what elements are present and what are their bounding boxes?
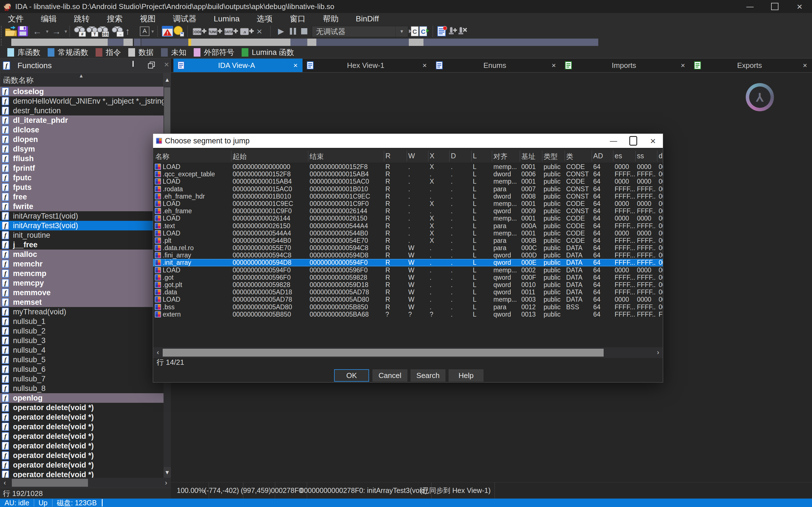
menu-item-11[interactable]: BinDiff bbox=[356, 14, 388, 23]
column-header-cls[interactable]: 类 bbox=[566, 152, 573, 161]
column-separator[interactable] bbox=[308, 151, 308, 161]
navband-segment[interactable] bbox=[290, 39, 307, 46]
function-row[interactable]: fdlsym bbox=[0, 144, 163, 154]
menu-item-10[interactable]: 帮助 bbox=[323, 13, 348, 24]
search-next-icon[interactable]: → bbox=[110, 25, 124, 38]
cancel-button[interactable]: Cancel bbox=[372, 369, 407, 382]
dialog-hscrollbar[interactable]: ‹ › bbox=[153, 347, 663, 358]
pause-process-icon[interactable] bbox=[290, 25, 296, 38]
edit-function-icon[interactable]: FUNC bbox=[208, 25, 223, 38]
dialog-hscrollbar-thumb[interactable] bbox=[163, 349, 604, 356]
segment-row[interactable]: LOAD00000000000261440000000000026150R.X.… bbox=[153, 215, 663, 222]
function-row[interactable]: fdl_iterate_phdr bbox=[0, 115, 163, 125]
forward-icon[interactable]: → bbox=[52, 25, 61, 38]
toolbar-handle[interactable] bbox=[1, 26, 2, 37]
run-to-cursor-icon[interactable]: C bbox=[418, 25, 430, 38]
navband-segment[interactable] bbox=[11, 39, 108, 46]
segment-row[interactable]: extern000000000005B850000000000005BA68??… bbox=[153, 311, 663, 318]
function-row[interactable]: foperator delete(void *) bbox=[0, 412, 163, 422]
column-header-align[interactable]: 对齐 bbox=[493, 152, 507, 161]
navband-segment[interactable] bbox=[316, 39, 409, 46]
function-row[interactable]: fmyThread(void) bbox=[0, 307, 163, 317]
function-row[interactable]: fmemcpy bbox=[0, 278, 163, 288]
minimize-icon[interactable]: — bbox=[738, 0, 762, 13]
function-row[interactable]: ffree bbox=[0, 192, 163, 202]
column-separator[interactable] bbox=[635, 151, 636, 161]
problems-icon[interactable]: ! bbox=[161, 25, 174, 38]
close-icon[interactable]: × bbox=[289, 61, 303, 70]
navband-segment[interactable] bbox=[409, 39, 423, 46]
debugger-select[interactable]: 无调试器 ▼ bbox=[312, 26, 408, 37]
functions-hscrollbar[interactable]: ‹ › bbox=[0, 478, 171, 488]
navband-segment[interactable] bbox=[123, 39, 133, 46]
function-row[interactable]: fnullsub_2 bbox=[0, 326, 163, 336]
search-button[interactable]: Search bbox=[410, 369, 446, 382]
segment-row[interactable]: LOAD000000000001C9EC000000000001C9F0R.X.… bbox=[153, 200, 663, 207]
segment-row[interactable]: LOAD0000000000015AB40000000000015AC0R.X.… bbox=[153, 178, 663, 185]
text-style-icon[interactable]: A bbox=[140, 25, 149, 38]
segment-row[interactable]: LOAD000000000005AD78000000000005AD80RW..… bbox=[153, 296, 663, 303]
back-icon[interactable]: ← bbox=[33, 25, 42, 38]
function-row[interactable]: fmemchr bbox=[0, 259, 163, 269]
segment-row[interactable]: LOAD000000000000000000000000000152F8R.X.… bbox=[153, 163, 663, 170]
scroll-right-icon[interactable]: › bbox=[161, 479, 171, 487]
column-separator[interactable] bbox=[384, 151, 384, 161]
column-separator[interactable] bbox=[449, 151, 450, 161]
dialog-close-icon[interactable]: × bbox=[643, 134, 663, 148]
scroll-left-icon[interactable]: ‹ bbox=[153, 348, 163, 356]
column-header-end[interactable]: 结束 bbox=[310, 152, 324, 161]
function-row[interactable]: fnullsub_5 bbox=[0, 355, 163, 364]
column-header-start[interactable]: 起始 bbox=[233, 152, 247, 161]
segment-row[interactable]: .bss000000000005AD80000000000005B850RW..… bbox=[153, 303, 663, 311]
breakpoint-list-icon[interactable] bbox=[437, 25, 448, 38]
function-row[interactable]: ffputs bbox=[0, 182, 163, 192]
navband-segment[interactable] bbox=[307, 39, 316, 46]
dialog-maximize-icon[interactable] bbox=[623, 134, 643, 148]
attach-process-icon[interactable]: C bbox=[408, 25, 419, 38]
close-icon[interactable]: × bbox=[787, 0, 812, 13]
functions-column-header[interactable]: 函数名称 ▲ bbox=[0, 73, 163, 87]
column-header-name[interactable]: 名称 bbox=[155, 152, 169, 161]
scroll-down-icon[interactable]: ▼ bbox=[163, 467, 171, 478]
create-function-icon[interactable]: CODE bbox=[192, 25, 207, 38]
scroll-up-icon[interactable]: ▲ bbox=[163, 73, 171, 87]
column-header-w[interactable]: W bbox=[408, 152, 415, 160]
panel-float-icon[interactable] bbox=[148, 61, 155, 70]
function-row[interactable]: fj__free bbox=[0, 240, 163, 249]
function-row[interactable]: fnullsub_7 bbox=[0, 374, 163, 384]
function-row[interactable]: foperator delete(void *) bbox=[0, 460, 163, 470]
column-header-base[interactable]: 基址 bbox=[521, 152, 536, 161]
segment-row[interactable]: .eh_frame_hdr000000000001B01000000000000… bbox=[153, 193, 663, 200]
save-icon[interactable] bbox=[17, 25, 29, 38]
column-separator[interactable] bbox=[564, 151, 565, 161]
column-header-ds[interactable]: d bbox=[659, 152, 663, 160]
segment-row[interactable]: .got.plt00000000000598280000000000059D18… bbox=[153, 281, 663, 288]
stop-process-icon[interactable] bbox=[301, 25, 307, 38]
navband-segment[interactable] bbox=[141, 39, 188, 46]
function-row[interactable]: finitArrayTest1(void) bbox=[0, 211, 163, 221]
column-separator[interactable] bbox=[407, 151, 407, 161]
navband-segment[interactable] bbox=[134, 39, 141, 46]
tab-ida-view-a[interactable]: IDA View-A × bbox=[173, 59, 303, 72]
dialog-minimize-icon[interactable]: — bbox=[604, 134, 623, 148]
segment-row[interactable]: .data.rel.ro0000000000055E70000000000005… bbox=[153, 244, 663, 251]
start-process-icon[interactable]: ▶ bbox=[278, 25, 284, 38]
close-icon[interactable]: × bbox=[676, 61, 690, 70]
segment-row[interactable]: LOAD00000000000594F000000000000596F0RW..… bbox=[153, 267, 663, 274]
back-dropdown-icon[interactable]: ▼ bbox=[45, 25, 49, 38]
segment-row-selected[interactable]: .init_array00000000000594D80000000000059… bbox=[153, 259, 663, 266]
column-separator[interactable] bbox=[520, 151, 520, 161]
tab-imports[interactable]: Imports × bbox=[561, 59, 690, 72]
open-file-icon[interactable] bbox=[4, 25, 17, 38]
function-row[interactable]: finit_routine bbox=[0, 230, 163, 240]
function-row[interactable]: ffputc bbox=[0, 173, 163, 182]
help-button[interactable]: Help bbox=[449, 369, 484, 382]
function-row[interactable]: fcloselog bbox=[0, 87, 163, 96]
ok-button[interactable]: OK bbox=[334, 369, 369, 382]
maximize-icon[interactable] bbox=[762, 0, 787, 13]
column-separator[interactable] bbox=[592, 151, 592, 161]
column-header-type[interactable]: 类型 bbox=[544, 152, 558, 161]
navband-segment[interactable] bbox=[191, 39, 290, 46]
navband-segment[interactable] bbox=[108, 39, 123, 46]
column-header-d[interactable]: D bbox=[451, 152, 456, 160]
